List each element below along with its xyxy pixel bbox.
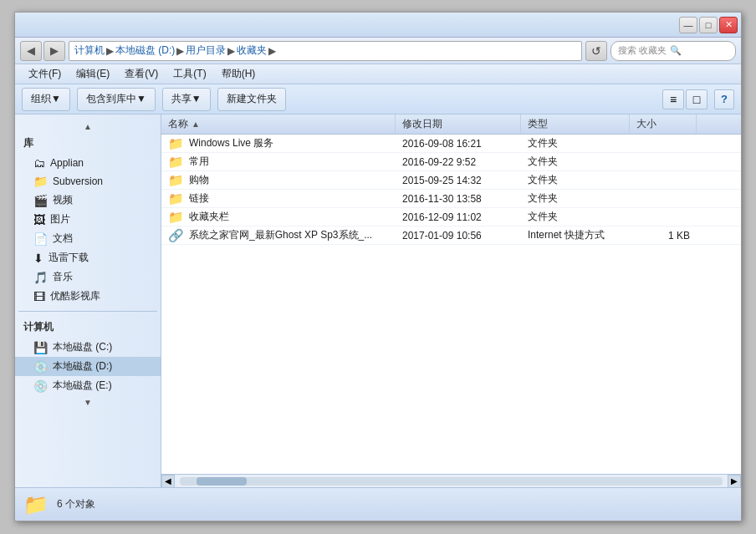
file-type-xitongzhijia: Internet 快捷方式 [521,228,630,242]
sidebar-item-drive-e[interactable]: 💿 本地磁盘 (E:) [15,376,161,395]
file-date-windows-live: 2016-09-08 16:21 [396,138,521,150]
sidebar-item-subversion[interactable]: 📁 Subversion [15,172,161,191]
search-box[interactable]: 搜索 收藏夹 🔍 [610,41,736,61]
table-row[interactable]: 📁 Windows Live 服务 2016-09-08 16:21 文件夹 [161,135,741,153]
view-mode-button[interactable]: ≡ [662,89,684,109]
menu-tools[interactable]: 工具(T) [166,65,212,83]
main-window: — □ ✕ ◀ ▶ 计算机 ▶ 本地磁盘 (D:) ▶ 用户目录 ▶ 收藏夹 ▶… [14,12,742,521]
sidebar-section-computer: 计算机 [15,317,161,338]
sidebar-label-thunder: 迅雷下载 [49,251,89,265]
menu-view[interactable]: 查看(V) [118,65,165,83]
file-type-shopping: 文件夹 [521,173,630,187]
sidebar-scroll-up[interactable]: ▲ [15,120,161,133]
sidebar-label-applian: Applian [50,157,84,169]
table-row[interactable]: 📁 收藏夹栏 2016-12-09 11:02 文件夹 [161,208,741,226]
close-button[interactable]: ✕ [719,17,738,33]
breadcrumb-users[interactable]: 用户目录 [186,43,226,58]
sidebar-item-drive-d[interactable]: 💿 本地磁盘 (D:) [15,357,161,376]
scroll-thumb[interactable] [197,477,247,486]
sidebar-label-subversion: Subversion [53,175,103,187]
menu-file[interactable]: 文件(F) [22,65,68,83]
file-name-windows-live: 📁 Windows Live 服务 [161,136,396,151]
sidebar-item-applian[interactable]: 🗂 Applian [15,154,161,172]
document-icon: 📄 [33,232,48,246]
breadcrumb-drive-d[interactable]: 本地磁盘 (D:) [115,43,175,58]
view-buttons: ≡ □ [662,89,707,109]
share-button[interactable]: 共享▼ [162,88,211,111]
forward-button[interactable]: ▶ [43,41,65,61]
menu-bar: 文件(F) 编辑(E) 查看(V) 工具(T) 帮助(H) [15,64,741,84]
breadcrumb-favorites[interactable]: 收藏夹 [237,43,267,58]
col-header-type[interactable]: 类型 [521,114,630,134]
sidebar: ▲ 库 🗂 Applian 📁 Subversion 🎬 视频 🖼 图片 📄 文… [15,114,161,487]
sidebar-item-youku[interactable]: 🎞 优酷影视库 [15,287,161,306]
file-type-windows-live: 文件夹 [521,136,630,150]
file-date-links: 2016-11-30 13:58 [396,193,521,205]
sidebar-item-thunder[interactable]: ⬇ 迅雷下载 [15,248,161,267]
folder-icon: 📁 [168,173,184,188]
back-button[interactable]: ◀ [20,41,42,61]
sidebar-item-documents[interactable]: 📄 文档 [15,229,161,248]
internet-shortcut-icon: 🔗 [168,228,184,243]
folder-icon: 📁 [33,175,48,188]
title-bar: — □ ✕ [15,13,741,38]
new-folder-button[interactable]: 新建文件夹 [217,88,286,111]
folder-icon: 📁 [168,155,184,170]
status-text: 6 个对象 [57,497,95,511]
maximize-button[interactable]: □ [699,17,718,33]
sidebar-item-drive-c[interactable]: 💾 本地磁盘 (C:) [15,338,161,357]
col-header-date[interactable]: 修改日期 [396,114,521,134]
breadcrumb-computer[interactable]: 计算机 [74,43,105,58]
file-date-bookmarks-bar: 2016-12-09 11:02 [396,211,521,223]
file-type-bookmarks-bar: 文件夹 [521,210,630,224]
sidebar-scroll-down[interactable]: ▼ [15,395,161,409]
file-type-links: 文件夹 [521,191,630,206]
table-row[interactable]: 📁 链接 2016-11-30 13:58 文件夹 [161,190,741,208]
image-icon: 🖼 [33,213,45,226]
sort-arrow-icon: ▲ [192,120,200,129]
sidebar-label-music: 音乐 [53,270,73,284]
music-icon: 🎵 [33,271,48,284]
file-date-xitongzhijia: 2017-01-09 10:56 [396,230,521,242]
sidebar-item-music[interactable]: 🎵 音乐 [15,267,161,287]
folder-icon: 📁 [168,136,184,151]
sidebar-item-video[interactable]: 🎬 视频 [15,191,161,210]
video-library-icon: 🎞 [33,290,45,303]
address-path[interactable]: 计算机 ▶ 本地磁盘 (D:) ▶ 用户目录 ▶ 收藏夹 ▶ [69,41,582,61]
file-size-xitongzhijia: 1 KB [630,230,697,242]
content-area: ▲ 库 🗂 Applian 📁 Subversion 🎬 视频 🖼 图片 📄 文… [15,114,741,487]
file-type-common: 文件夹 [521,155,630,169]
search-placeholder: 搜索 收藏夹 [618,44,667,57]
table-row[interactable]: 🔗 系统之家官网_最新Ghost XP Sp3系统_... 2017-01-09… [161,226,741,245]
table-row[interactable]: 📁 常用 2016-09-22 9:52 文件夹 [161,153,741,171]
organize-button[interactable]: 组织▼ [22,88,70,111]
pane-button[interactable]: □ [686,89,707,109]
scroll-right-button[interactable]: ▶ [728,475,741,488]
video-icon: 🎬 [33,194,48,207]
scroll-track [180,477,723,486]
sidebar-label-drive-e: 本地磁盘 (E:) [53,379,112,393]
col-header-name[interactable]: 名称 ▲ [161,114,396,134]
address-bar: ◀ ▶ 计算机 ▶ 本地磁盘 (D:) ▶ 用户目录 ▶ 收藏夹 ▶ ↺ 搜索 … [15,38,741,64]
status-bar: 📁 6 个对象 [15,487,741,521]
table-row[interactable]: 📁 购物 2015-09-25 14:32 文件夹 [161,171,741,190]
drive-icon: 💿 [33,360,48,374]
sidebar-divider [18,311,157,312]
minimize-button[interactable]: — [679,17,697,33]
refresh-button[interactable]: ↺ [585,41,607,61]
scroll-left-button[interactable]: ◀ [161,475,175,488]
sidebar-section-library: 库 [15,133,161,154]
new-folder-label: 新建文件夹 [227,92,277,106]
download-icon: ⬇ [33,252,43,265]
include-library-button[interactable]: 包含到库中▼ [77,88,156,111]
folder-icon: 📁 [168,191,184,206]
help-button[interactable]: ? [714,89,734,109]
folder-icon: 📁 [168,210,184,225]
col-header-size[interactable]: 大小 [630,114,697,134]
drive-icon: 💾 [33,341,48,354]
menu-edit[interactable]: 编辑(E) [69,65,116,83]
menu-help[interactable]: 帮助(H) [215,65,263,83]
sidebar-label-drive-d: 本地磁盘 (D:) [53,359,112,374]
sidebar-item-pictures[interactable]: 🖼 图片 [15,210,161,229]
horizontal-scrollbar: ◀ ▶ [161,474,741,487]
